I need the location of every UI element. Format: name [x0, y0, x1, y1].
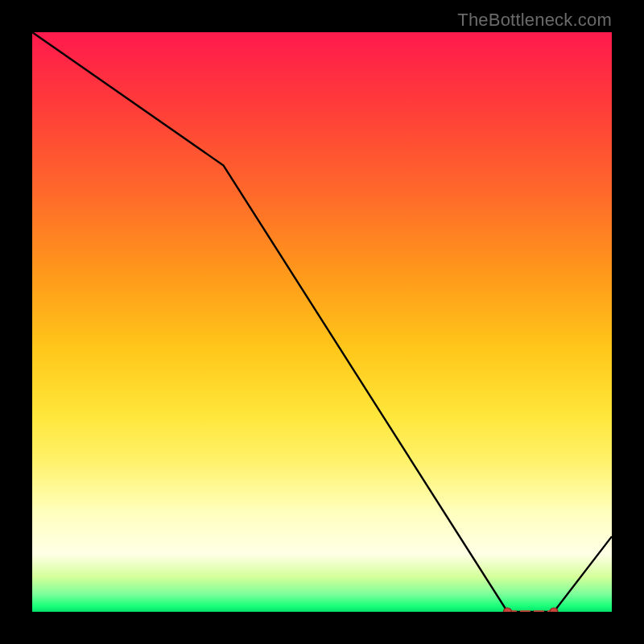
bottleneck-curve-line [32, 32, 612, 612]
chart-frame: TheBottleneck.com [0, 0, 644, 644]
highlight-dot-start [503, 608, 511, 612]
watermark-text: TheBottleneck.com [457, 10, 612, 31]
plot-area [32, 32, 612, 612]
highlight-dot-end [550, 608, 558, 612]
chart-overlay [32, 32, 612, 612]
